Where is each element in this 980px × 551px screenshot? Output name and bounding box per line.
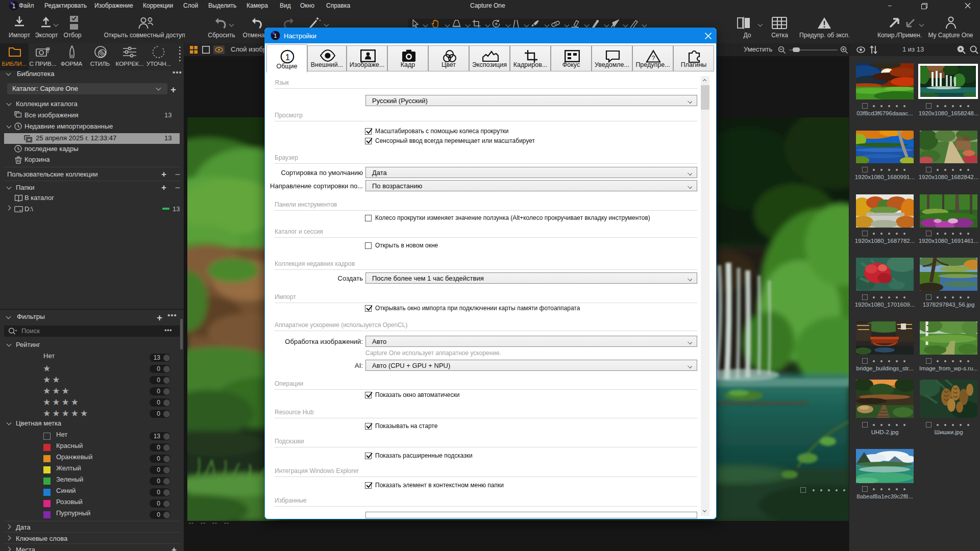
svg-text:1: 1	[12, 3, 16, 10]
svg-text:?: ?	[652, 55, 655, 62]
svg-text:1: 1	[285, 53, 290, 62]
svg-text:1: 1	[274, 33, 277, 39]
